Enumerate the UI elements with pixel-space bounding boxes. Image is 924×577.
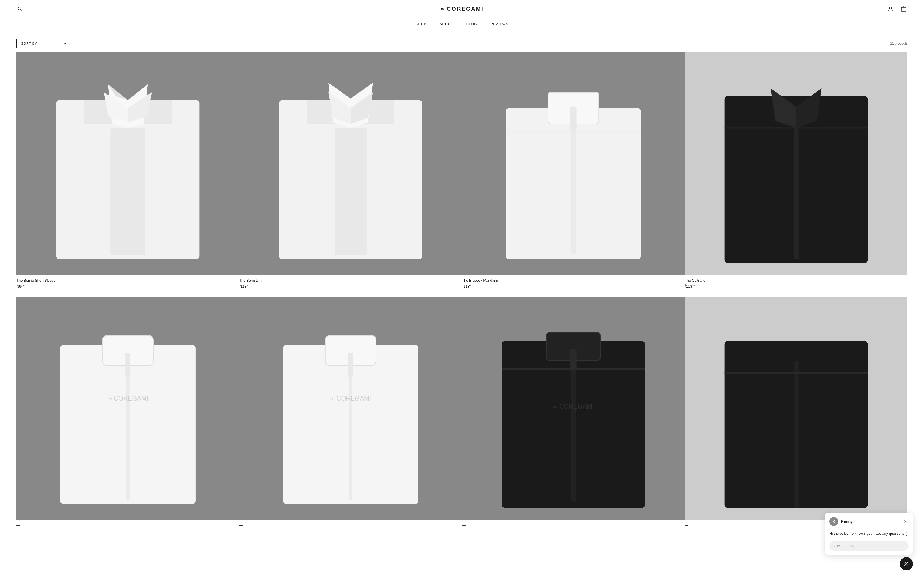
product-card[interactable]: The Brubeck Mandarin $11800 xyxy=(462,53,685,297)
avatar: K xyxy=(829,517,838,526)
product-info: — xyxy=(462,520,685,527)
shirt-illustration xyxy=(462,53,685,275)
brand-name: COREGAMI xyxy=(447,6,484,12)
svg-rect-8 xyxy=(110,128,145,255)
search-icon xyxy=(18,6,23,11)
product-info: The Coltrane $11800 xyxy=(685,275,908,288)
site-header: ∞ COREGAMI xyxy=(0,0,924,18)
product-card[interactable]: ∞ COREGAMI — xyxy=(16,297,239,538)
shirt-illustration xyxy=(685,297,908,520)
product-name: — xyxy=(462,523,685,527)
brand-logo[interactable]: ∞ COREGAMI xyxy=(440,6,484,12)
main-nav: SHOP ABOUT BLOG REVIEWS xyxy=(0,18,924,32)
product-name: — xyxy=(239,523,462,527)
svg-rect-34 xyxy=(348,353,353,377)
product-info: — xyxy=(16,520,239,527)
product-image xyxy=(685,297,908,520)
svg-rect-29 xyxy=(125,353,130,377)
chat-close-button[interactable]: × xyxy=(902,518,909,525)
chat-agent-name: Kenny xyxy=(841,519,853,524)
product-price: $9500 xyxy=(16,284,239,288)
svg-text:∞ COREGAMI: ∞ COREGAMI xyxy=(108,395,149,402)
chat-header: K Kenny × xyxy=(825,513,913,530)
shirt-illustration: ∞ COREGAMI xyxy=(462,297,685,520)
svg-rect-39 xyxy=(570,349,577,371)
header-left xyxy=(16,5,24,12)
nav-blog[interactable]: BLOG xyxy=(467,22,477,27)
product-image: ∞ COREGAMI xyxy=(239,297,462,520)
account-icon xyxy=(888,6,893,11)
cart-icon xyxy=(901,6,906,11)
product-name: The Brubeck Mandarin xyxy=(462,278,685,282)
product-image: ∞ COREGAMI xyxy=(462,297,685,520)
svg-text:∞ COREGAMI: ∞ COREGAMI xyxy=(330,395,371,402)
product-card[interactable]: ∞ COREGAMI — xyxy=(239,297,462,538)
product-name: The Bernie Short Sleeve xyxy=(16,278,239,282)
product-toolbar: SORT BY 11 products xyxy=(0,32,924,53)
product-card[interactable]: The Bernstein $11800 xyxy=(239,53,462,297)
sort-button[interactable]: SORT BY xyxy=(16,39,71,48)
header-right xyxy=(887,5,908,13)
product-image xyxy=(462,53,685,275)
svg-rect-25 xyxy=(794,128,798,259)
shirt-illustration xyxy=(239,53,462,275)
product-info: The Bernie Short Sleeve $9500 xyxy=(16,275,239,288)
svg-rect-16 xyxy=(335,128,367,255)
product-info: The Bernstein $11800 xyxy=(239,275,462,288)
svg-rect-3 xyxy=(901,7,906,11)
nav-shop[interactable]: SHOP xyxy=(415,22,426,27)
svg-rect-40 xyxy=(571,371,575,501)
svg-rect-19 xyxy=(570,106,577,131)
product-price: $11800 xyxy=(685,284,908,288)
search-button[interactable] xyxy=(16,5,24,12)
svg-point-0 xyxy=(18,7,21,10)
product-grid: The Bernie Short Sleeve $9500 The Bernst… xyxy=(0,53,924,538)
product-image: ∞ COREGAMI xyxy=(16,297,239,520)
product-card[interactable]: The Coltrane $11800 xyxy=(685,53,908,297)
product-card[interactable]: The Bernie Short Sleeve $9500 xyxy=(16,53,239,297)
chat-agent: K Kenny xyxy=(829,517,853,526)
nav-about[interactable]: ABOUT xyxy=(440,22,453,27)
product-image xyxy=(239,53,462,275)
product-name: The Bernstein xyxy=(239,278,462,282)
product-name: — xyxy=(16,523,239,527)
product-price: $11800 xyxy=(239,284,462,288)
product-name: The Coltrane xyxy=(685,278,908,282)
cart-button[interactable] xyxy=(900,5,908,13)
product-image xyxy=(685,53,908,275)
product-card[interactable]: ∞ COREGAMI — xyxy=(462,297,685,538)
product-count: 11 products xyxy=(890,42,908,45)
chat-widget: K Kenny × Hi there, let me know if you h… xyxy=(825,513,913,538)
shirt-illustration: ∞ COREGAMI xyxy=(239,297,462,520)
account-button[interactable] xyxy=(887,5,894,13)
shirt-illustration: ∞ COREGAMI xyxy=(16,297,239,520)
product-card[interactable]: — xyxy=(685,297,908,538)
sort-label: SORT BY xyxy=(21,42,37,45)
svg-line-1 xyxy=(21,10,22,11)
shirt-illustration xyxy=(685,53,908,275)
svg-text:∞ COREGAMI: ∞ COREGAMI xyxy=(553,403,594,410)
svg-rect-20 xyxy=(571,131,575,254)
svg-rect-45 xyxy=(795,361,798,508)
product-image xyxy=(16,53,239,275)
chevron-down-icon xyxy=(63,42,67,45)
product-info: — xyxy=(239,520,462,527)
logo-icon: ∞ xyxy=(440,6,445,12)
product-price: $11800 xyxy=(462,284,685,288)
nav-reviews[interactable]: REVIEWS xyxy=(490,22,509,27)
shirt-illustration xyxy=(16,53,239,275)
product-info: The Brubeck Mandarin $11800 xyxy=(462,275,685,288)
chat-message: Hi there, let me know if you have any qu… xyxy=(825,530,913,538)
